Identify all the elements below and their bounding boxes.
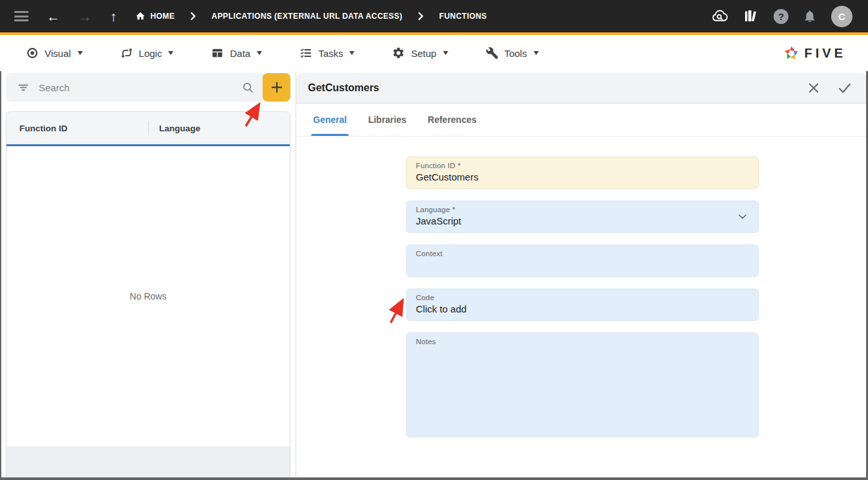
breadcrumb: HOME APPLICATIONS (EXTERNAL URL DATA ACC… [135, 11, 487, 21]
chevron-down-icon[interactable] [736, 210, 749, 226]
library-books-icon[interactable] [743, 8, 759, 24]
breadcrumb-home-label: HOME [151, 12, 175, 21]
topbar-actions: ? C [711, 6, 852, 27]
top-nav-bar: ← → ↑ HOME APPLICATIONS (EXTERNAL URL DA… [0, 0, 868, 32]
menu-visual[interactable]: Visual [26, 47, 83, 60]
detail-tabs: General Libraries References [296, 104, 866, 136]
nav-controls: ← → ↑ [14, 10, 117, 23]
menu-logic[interactable]: Logic [120, 47, 174, 60]
notes-field[interactable]: Notes [406, 333, 759, 437]
main-menu-bar: Visual Logic Data Tasks [0, 35, 868, 71]
help-icon[interactable]: ? [774, 9, 788, 24]
context-label: Context [416, 250, 749, 257]
code-value: Click to add [416, 303, 749, 316]
gear-icon [392, 47, 405, 60]
record-title: GetCustomers [308, 82, 379, 94]
chevron-down-icon [168, 51, 173, 55]
code-field[interactable]: Code Click to add [406, 289, 759, 321]
search-input[interactable] [39, 82, 241, 93]
code-label: Code [416, 294, 749, 301]
notes-value [416, 347, 749, 360]
add-function-button[interactable] [263, 73, 290, 102]
tasks-icon [299, 47, 312, 60]
save-button[interactable] [838, 82, 852, 94]
search-icon [241, 81, 255, 94]
column-header-language[interactable]: Language [149, 124, 290, 133]
hamburger-menu-icon[interactable] [14, 11, 28, 21]
language-label: Language * [416, 206, 749, 213]
language-value: JavaScript [416, 215, 749, 228]
language-field[interactable]: Language * JavaScript [406, 201, 759, 233]
chevron-down-icon [534, 51, 539, 55]
chevron-right-icon [418, 12, 424, 21]
context-field[interactable]: Context [406, 245, 759, 277]
detail-header-actions [807, 82, 852, 94]
function-id-value: GetCustomers [416, 171, 749, 184]
cloud-search-icon[interactable] [711, 8, 728, 24]
detail-header: GetCustomers [296, 73, 866, 104]
filter-icon[interactable] [17, 81, 30, 94]
menu-data[interactable]: Data [211, 47, 262, 60]
app-window: { "topbar": { "breadcrumbs": [ { "label"… [0, 0, 868, 480]
general-form: Function ID * GetCustomers Language * Ja… [296, 136, 866, 477]
tab-references[interactable]: References [428, 104, 477, 136]
chevron-down-icon [78, 51, 83, 55]
function-id-field[interactable]: Function ID * GetCustomers [406, 157, 759, 189]
menu-tasks[interactable]: Tasks [299, 47, 354, 60]
table-footer [6, 446, 290, 477]
context-value [416, 259, 749, 272]
menu-tools[interactable]: Tools [486, 47, 539, 60]
chevron-down-icon [349, 51, 354, 55]
five-logo: FIVE [783, 45, 846, 62]
five-wordmark: FIVE [805, 46, 846, 61]
logic-icon [120, 47, 133, 60]
up-button[interactable]: ↑ [110, 10, 117, 23]
menu-setup[interactable]: Setup [392, 47, 448, 60]
functions-list-panel: Function ID Language No Rows [1, 71, 296, 477]
breadcrumb-functions[interactable]: FUNCTIONS [439, 12, 487, 21]
tab-libraries[interactable]: Libraries [368, 104, 406, 136]
forward-button[interactable]: → [78, 10, 92, 23]
chevron-down-icon [257, 51, 262, 55]
function-detail-panel: GetCustomers General Libraries Reference… [296, 71, 866, 477]
notes-label: Notes [416, 338, 749, 345]
table-header-row: Function ID Language [6, 112, 290, 144]
tools-icon [486, 47, 499, 60]
breadcrumb-applications-label: APPLICATIONS (EXTERNAL URL DATA ACCESS) [212, 12, 402, 21]
breadcrumb-home[interactable]: HOME [135, 11, 175, 21]
breadcrumb-functions-label: FUNCTIONS [439, 12, 487, 21]
eye-icon [26, 47, 39, 60]
function-id-label: Function ID * [416, 162, 749, 169]
content-frame: Function ID Language No Rows GetCustomer… [0, 71, 868, 480]
empty-rows-message: No Rows [130, 291, 167, 301]
cancel-button[interactable] [807, 82, 820, 94]
search-bar [6, 73, 290, 102]
back-button[interactable]: ← [47, 10, 60, 23]
table-body: No Rows [6, 146, 290, 446]
data-grid-icon [211, 47, 224, 60]
user-avatar[interactable]: C [831, 6, 852, 27]
chevron-right-icon [190, 12, 196, 21]
chevron-down-icon [443, 51, 448, 55]
home-icon [135, 11, 146, 21]
functions-table: Function ID Language No Rows [6, 111, 290, 477]
breadcrumb-applications[interactable]: APPLICATIONS (EXTERNAL URL DATA ACCESS) [212, 12, 402, 21]
column-header-function-id[interactable]: Function ID [6, 124, 148, 133]
tab-general[interactable]: General [313, 104, 347, 136]
five-pinwheel-icon [783, 45, 800, 62]
notifications-bell-icon[interactable] [803, 9, 817, 23]
plus-icon [269, 80, 285, 95]
